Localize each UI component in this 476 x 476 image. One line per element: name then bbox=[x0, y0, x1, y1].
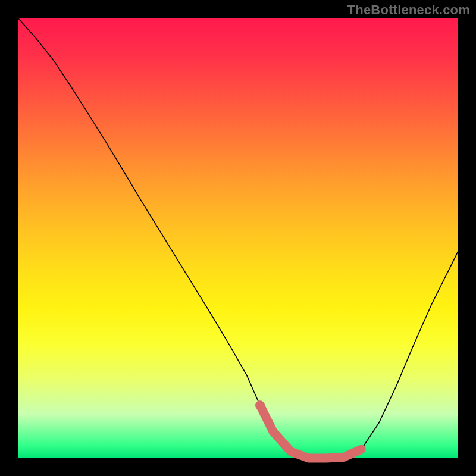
highlight-dot-start bbox=[255, 400, 265, 410]
chart-svg bbox=[18, 18, 458, 458]
curve-line bbox=[18, 18, 458, 458]
plot-area bbox=[18, 18, 458, 458]
watermark-text: TheBottleneck.com bbox=[347, 2, 470, 18]
curve-highlight bbox=[260, 405, 361, 458]
chart-container: TheBottleneck.com bbox=[0, 0, 476, 476]
